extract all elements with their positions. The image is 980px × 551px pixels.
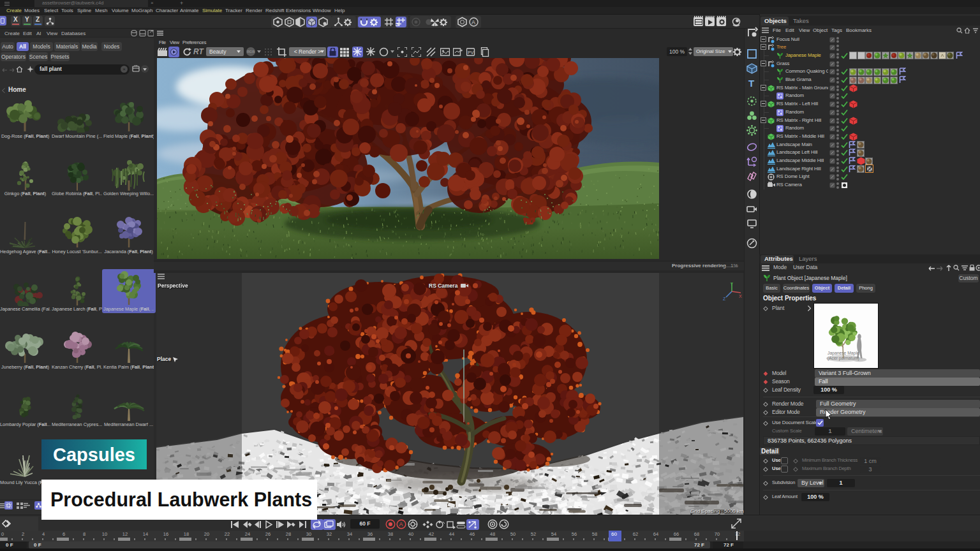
svg-text:X: X — [739, 294, 742, 298]
svg-text:Z: Z — [723, 297, 726, 301]
svg-text:A: A — [399, 521, 403, 527]
svg-text:PV: PV — [468, 50, 474, 55]
svg-text:(Acer palmatum): (Acer palmatum) — [828, 356, 859, 361]
svg-text:Japanese Maple: Japanese Maple — [828, 351, 859, 356]
svg-text:Y: Y — [731, 282, 734, 286]
svg-text:A: A — [471, 19, 475, 26]
svg-text:T: T — [748, 78, 754, 89]
